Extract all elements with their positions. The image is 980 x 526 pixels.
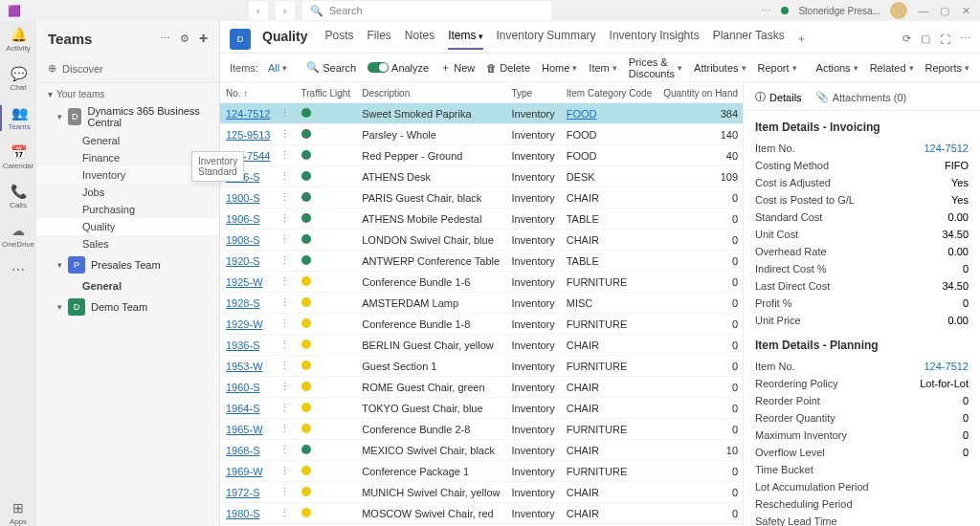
row-actions-icon[interactable]: ⋮ [277,251,296,272]
item-no-link[interactable]: 1929-W [220,314,277,335]
col-header[interactable]: Description [356,82,505,103]
table-row[interactable]: 1900-S⋮PARIS Guest Chair, blackInventory… [220,187,743,208]
tab-inventory-summary[interactable]: Inventory Summary [497,29,596,50]
row-actions-icon[interactable]: ⋮ [277,166,296,187]
attributes-button[interactable]: Attributes▾ [694,62,746,74]
table-row[interactable]: 1969-W⋮Conference Package 1InventoryFURN… [220,461,743,482]
item-no-link[interactable]: 125-9513 [220,124,277,145]
table-row[interactable]: 1960-S⋮ROME Guest Chair, greenInventoryC… [220,377,743,398]
tab-planner-tasks[interactable]: Planner Tasks [713,29,785,50]
search-button[interactable]: 🔍Search [306,61,356,74]
row-actions-icon[interactable]: ⋮ [277,103,296,124]
table-row[interactable]: 1968-S⋮MEXICO Swivel Chair, blackInvento… [220,440,743,461]
new-button[interactable]: ＋New [440,60,475,75]
rail-calendar[interactable]: 📅Calendar [3,144,33,170]
item-no-link[interactable]: 1936-S [220,335,277,356]
row-actions-icon[interactable]: ⋮ [277,230,296,251]
new-team-icon[interactable]: ✚ [199,33,208,45]
table-row[interactable]: 1908-S⋮LONDON Swivel Chair, blueInventor… [220,230,743,251]
row-actions-icon[interactable]: ⋮ [277,293,296,314]
delete-button[interactable]: 🗑Delete [486,62,530,74]
tab-items[interactable]: Items▾ [448,29,482,50]
team-dynamics-365-business-central[interactable]: ▾DDynamics 365 Business Central [36,101,219,132]
table-row[interactable]: 125-9513⋮Parsley - WholeInventoryFOOD140… [220,124,743,145]
channel-sales[interactable]: Sales [36,235,219,252]
row-actions-icon[interactable]: ⋮ [277,461,296,482]
table-row[interactable]: 1965-W⋮Conference Bundle 2-8InventoryFUR… [220,419,743,440]
row-actions-icon[interactable]: ⋮ [277,335,296,356]
table-row[interactable]: 1925-W⋮Conference Bundle 1-6InventoryFUR… [220,272,743,293]
rail-teams[interactable]: 👥Teams [0,105,36,131]
team-demo-team[interactable]: ▾DDemo Team [36,295,219,319]
refresh-icon[interactable]: ⟳ [902,33,911,45]
item-no-link[interactable]: 1969-W [220,461,277,482]
related-button[interactable]: Related▾ [870,62,914,74]
item-no-link[interactable]: 1906-S [220,208,277,230]
item-no-link[interactable]: 1908-S [220,230,277,251]
item-no-link[interactable]: 1972-S [220,482,277,503]
item-no-link[interactable]: 124-7512 [220,103,277,124]
table-row[interactable]: 1936-S⋮BERLIN Guest Chair, yellowInvento… [220,335,743,356]
rail-apps[interactable]: ⊞Apps [10,500,27,526]
more-icon[interactable]: ⋯ [160,33,170,45]
item-no-link[interactable]: 1960-S [220,377,277,398]
rail-activity[interactable]: 🔔Activity [6,27,30,53]
row-actions-icon[interactable]: ⋮ [277,208,296,230]
item-no-link[interactable]: 1928-S [220,293,277,314]
search-input[interactable]: 🔍 Search [302,1,551,20]
tab-inventory-insights[interactable]: Inventory Insights [610,29,700,50]
channel-purchasing[interactable]: Purchasing [36,201,219,218]
row-actions-icon[interactable]: ⋮ [277,272,296,293]
window-close-button[interactable]: ✕ [959,5,972,17]
table-row[interactable]: 1896-S⋮ATHENS DeskInventoryDESK109PCSPur… [220,166,743,187]
row-actions-icon[interactable]: ⋮ [277,377,296,398]
table-row[interactable]: 1972-S⋮MUNICH Swivel Chair, yellowInvent… [220,482,743,503]
table-row[interactable]: 1929-W⋮Conference Bundle 1-8InventoryFUR… [220,314,743,335]
channel-quality[interactable]: Quality [36,218,219,235]
row-actions-icon[interactable]: ⋮ [277,419,296,440]
item-no-link[interactable]: 1968-S [220,440,277,461]
row-actions-icon[interactable]: ⋮ [277,356,296,377]
item-no-link[interactable]: 1900-S [220,187,277,208]
popout-icon[interactable]: ▢ [921,33,930,45]
row-actions-icon[interactable]: ⋮ [277,187,296,208]
row-actions-icon[interactable]: ⋮ [277,314,296,335]
channel-jobs[interactable]: Jobs [36,184,219,201]
col-header[interactable]: Item Category Code [561,82,658,103]
discover-button[interactable]: ⊕ Discover [36,55,219,83]
nav-back-button[interactable]: ‹ [249,1,268,20]
table-row[interactable]: 1964-S⋮TOKYO Guest Chair, blueInventoryC… [220,398,743,419]
rail-chat[interactable]: 💬Chat [11,66,27,92]
more-icon[interactable]: ⋯ [761,5,771,17]
table-row[interactable]: 129-7544⋮Red Pepper - GroundInventoryFOO… [220,145,743,166]
avatar[interactable] [890,2,907,19]
details-tab[interactable]: ⓘDetails [755,90,802,104]
table-row[interactable]: 1928-S⋮AMSTERDAM LampInventoryMISC0PCSPu… [220,293,743,314]
row-actions-icon[interactable]: ⋮ [277,398,296,419]
item-no-link[interactable]: 1964-S [220,398,277,419]
filter-icon[interactable]: ⚙ [180,33,189,45]
item-no-link[interactable]: 1980-S [220,503,277,524]
tab-posts[interactable]: Posts [324,29,353,50]
detail-value[interactable]: 124-7512 [924,361,969,372]
filter-all[interactable]: All▾ [268,62,287,74]
col-header[interactable] [277,82,296,103]
fullscreen-icon[interactable]: ⛶ [940,33,950,45]
attachments-tab[interactable]: 📎Attachments (0) [815,90,907,104]
col-header[interactable]: Type [505,82,560,103]
row-actions-icon[interactable]: ⋮ [277,503,296,524]
table-row[interactable]: 1920-S⋮ANTWERP Conference TableInventory… [220,251,743,272]
rail-more[interactable]: ⋯ [11,262,25,277]
add-tab-button[interactable]: ＋ [796,32,807,46]
sidebar-section[interactable]: ▾ Your teams [36,83,219,101]
table-row[interactable]: 1980-S⋮MOSCOW Swivel Chair, redInventory… [220,503,743,524]
row-actions-icon[interactable]: ⋮ [277,124,296,145]
window-max-button[interactable]: ▢ [938,5,951,17]
item-no-link[interactable]: 1965-W [220,419,277,440]
row-actions-icon[interactable]: ⋮ [277,440,296,461]
team-presales-team[interactable]: ▾PPresales Team [36,252,219,277]
reports-button[interactable]: Reports▾ [925,62,970,74]
row-actions-icon[interactable]: ⋮ [277,145,296,166]
col-header[interactable]: Traffic Light [296,82,357,103]
home-button[interactable]: Home▾ [542,62,577,74]
